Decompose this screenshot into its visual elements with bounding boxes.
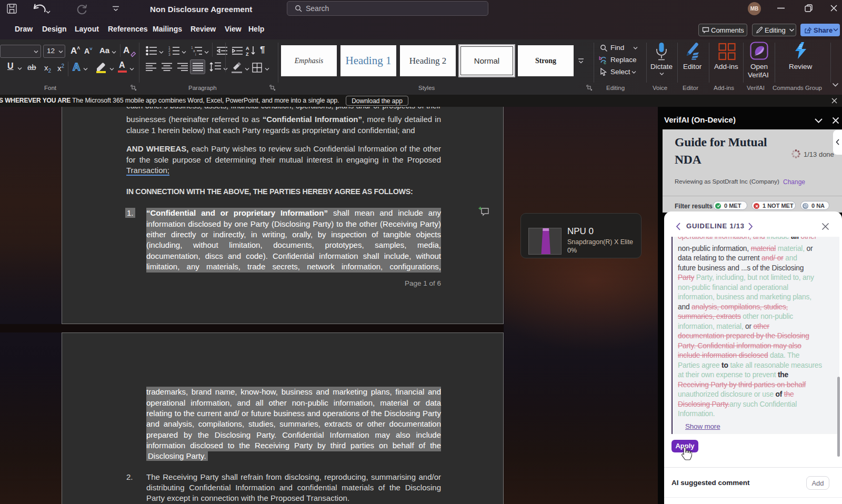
svg-text:c: c — [604, 60, 606, 65]
svg-text:3: 3 — [168, 53, 171, 56]
svg-text:Z: Z — [246, 52, 249, 56]
svg-text:A: A — [246, 46, 249, 51]
svg-text:i: i — [195, 53, 196, 56]
